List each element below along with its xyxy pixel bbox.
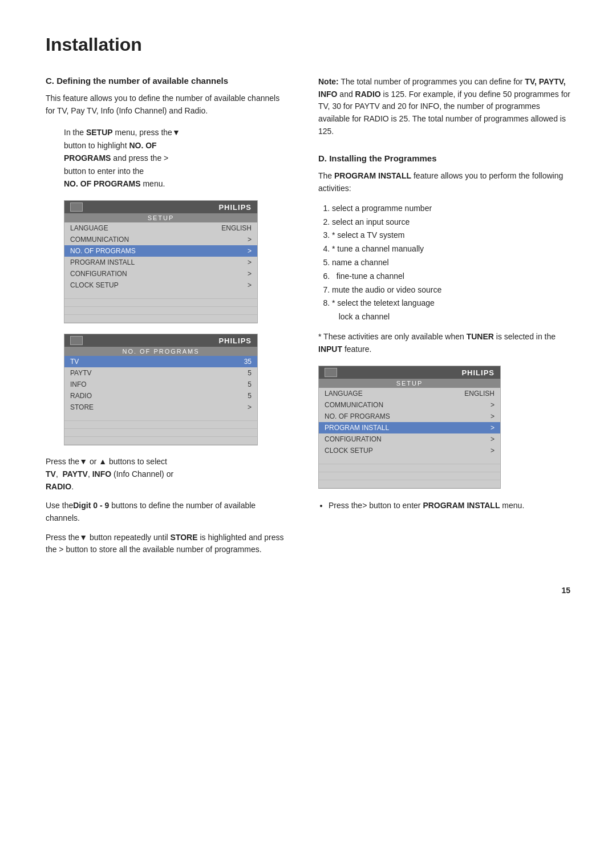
activity-7: mute the audio or video source	[332, 283, 570, 297]
activity-8: * select the teletext language lock a ch…	[332, 297, 570, 324]
no-of-programs-bold: NO. OF PROGRAMS	[64, 141, 157, 163]
menu1-row-configuration: CONFIGURATION >	[64, 268, 257, 279]
menu2-row-store: STORE >	[64, 402, 257, 413]
digit-text: Use theDigit 0 - 9 buttons to define the…	[46, 500, 291, 524]
press-program-install-item: Press the> button to enter PROGRAM INSTA…	[329, 499, 570, 513]
note-bold: Note:	[318, 77, 339, 86]
menu2-row-paytv: PAYTV 5	[64, 367, 257, 379]
activity-4: * tune a channel manually	[332, 242, 570, 256]
tv-icon-3	[325, 368, 337, 377]
menu1-row-no-of-programs: NO. OF PROGRAMS >	[64, 245, 257, 257]
paytv-bold: PAYTV	[63, 469, 88, 479]
menu3-row-clock-setup: CLOCK SETUP >	[319, 445, 500, 456]
no-of-programs-menu-bold: NO. OF PROGRAMS	[64, 179, 141, 188]
radio-bold: RADIO	[46, 482, 71, 491]
menu3-row-program-install: PROGRAM INSTALL >	[319, 422, 500, 433]
activity-2: select an input source	[332, 216, 570, 229]
note-paragraph: Note: The total number of programmes you…	[318, 76, 570, 137]
menu1-blank2	[64, 299, 257, 307]
menu1-row-communication: COMMUNICATION >	[64, 234, 257, 245]
press-select-text: Press the▼ or ▲ buttons to select TV, PA…	[46, 456, 291, 493]
menu2-brand: PHILIPS	[218, 337, 252, 345]
tv-bold: TV	[46, 469, 56, 479]
menu3-blank1	[319, 456, 500, 464]
activity-3: * select a TV system	[332, 229, 570, 242]
menu1-row-program-install: PROGRAM INSTALL >	[64, 257, 257, 268]
menu2-blank3	[64, 429, 257, 437]
menu3-blank3	[319, 472, 500, 480]
setup-menu-box-2: PHILIPS SETUP LANGUAGE ENGLISH COMMUNICA…	[318, 366, 501, 489]
menu3-blank2	[319, 464, 500, 472]
menu1-blank3	[64, 307, 257, 315]
menu2-header: PHILIPS	[64, 334, 257, 347]
section-d-title: D. Installing the Programmes	[318, 153, 570, 163]
press-program-install-list: Press the> button to enter PROGRAM INSTA…	[329, 499, 570, 513]
menu1-blank1	[64, 291, 257, 299]
setup-menu-box: PHILIPS SETUP LANGUAGE ENGLISH COMMUNICA…	[64, 200, 258, 323]
menu1-row-clock-setup: CLOCK SETUP >	[64, 279, 257, 291]
tuner-note: * These activities are only available wh…	[318, 331, 570, 355]
activity-6: fine-tune a channel	[332, 270, 570, 283]
store-text: Press the▼ button repeatedly until STORE…	[46, 532, 291, 556]
input-bold: INPUT	[318, 345, 342, 354]
menu3-row-configuration: CONFIGURATION >	[319, 433, 500, 445]
no-of-programs-menu-box: PHILIPS NO. OF PROGRAMS TV 35 PAYTV 5 IN…	[64, 334, 258, 445]
program-install-menu-bold: PROGRAM INSTALL	[423, 501, 500, 510]
menu3-header: PHILIPS	[319, 366, 500, 379]
menu2-blank2	[64, 421, 257, 429]
activities-list: select a programme number select an inpu…	[332, 202, 570, 324]
program-install-bold: PROGRAM INSTALL	[332, 171, 411, 180]
tuner-bold: TUNER	[467, 332, 494, 341]
digit-bold: Digit 0 - 9	[73, 501, 109, 510]
menu1-row-language: LANGUAGE ENGLISH	[64, 222, 257, 234]
tv-icon-2	[70, 336, 83, 345]
right-column: Note: The total number of programmes you…	[318, 76, 570, 563]
menu3-row-communication: COMMUNICATION >	[319, 399, 500, 411]
section-d-para: The PROGRAM INSTALL feature allows you t…	[318, 170, 570, 194]
setup-instructions: In the SETUP menu, press the▼ button to …	[64, 126, 291, 190]
menu2-row-tv: TV 35	[64, 356, 257, 367]
activity-1: select a programme number	[332, 202, 570, 216]
menu2-subheader: NO. OF PROGRAMS	[64, 347, 257, 356]
radio-bold-note: RADIO	[353, 90, 381, 99]
tv-icon	[70, 202, 83, 212]
menu2-blank4	[64, 437, 257, 445]
menu2-row-info: INFO 5	[64, 379, 257, 390]
menu2-blank1	[64, 413, 257, 421]
menu3-row-language: LANGUAGE ENGLISH	[319, 388, 500, 399]
menu1-brand: PHILIPS	[218, 203, 252, 212]
section-c-para1: This feature allows you to define the nu…	[46, 92, 291, 117]
menu3-blank4	[319, 480, 500, 488]
setup-bold: SETUP	[84, 128, 113, 137]
section-c-title: C. Defining the number of available chan…	[46, 76, 291, 86]
menu3-row-no-of-programs: NO. OF PROGRAMS >	[319, 411, 500, 422]
menu2-row-radio: RADIO 5	[64, 390, 257, 402]
menu1-subheader: SETUP	[64, 213, 257, 222]
store-bold: STORE	[171, 533, 198, 542]
menu1-header: PHILIPS	[64, 201, 257, 213]
menu3-subheader: SETUP	[319, 379, 500, 388]
left-column: C. Defining the number of available chan…	[46, 76, 291, 563]
menu1-blank4	[64, 315, 257, 323]
activity-5: name a channel	[332, 256, 570, 270]
page-title: Installation	[46, 34, 570, 55]
menu3-brand: PHILIPS	[461, 368, 495, 377]
page-number: 15	[46, 586, 570, 595]
info-bold: INFO	[92, 469, 111, 479]
